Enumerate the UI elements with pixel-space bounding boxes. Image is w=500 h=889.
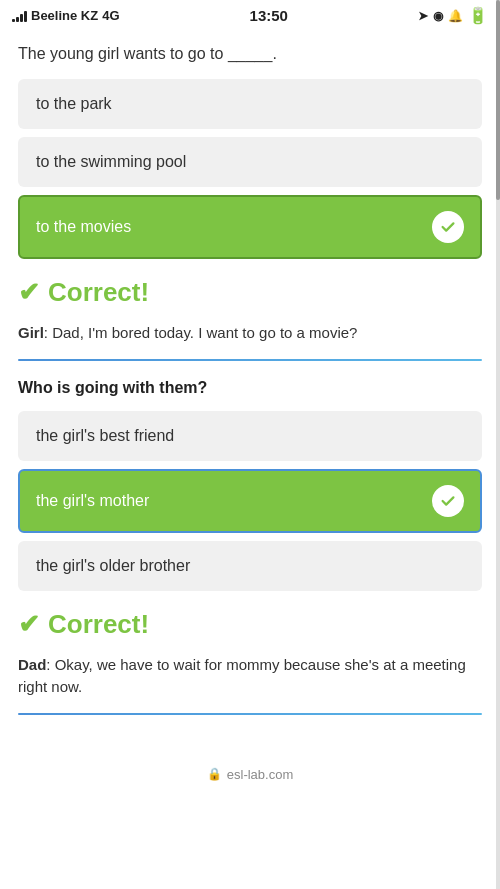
dialogue-text-2: Dad: Okay, we have to wait for mommy bec…	[18, 654, 482, 699]
dialogue-speaker-1: Girl	[18, 324, 44, 341]
answer-option-mother[interactable]: the girl's mother	[18, 469, 482, 533]
dialogue-content-2: : Okay, we have to wait for mommy becaus…	[18, 656, 466, 696]
lock-icon: 🔒	[207, 767, 222, 781]
divider-2	[18, 713, 482, 715]
question-2-section: Who is going with them? the girl's best …	[18, 379, 482, 591]
answer-option-park[interactable]: to the park	[18, 79, 482, 129]
dialogue-content-1: : Dad, I'm bored today. I want to go to …	[44, 324, 358, 341]
correct-checkmark-icon-2: ✔	[18, 609, 40, 640]
dialogue-speaker-2: Dad	[18, 656, 46, 673]
correct-banner-1: ✔ Correct!	[18, 277, 482, 308]
correct-text-2: Correct!	[48, 609, 149, 640]
alarm-icon: ◉	[433, 9, 443, 23]
answer-option-mother-label: the girl's mother	[36, 492, 149, 510]
carrier-label: Beeline KZ	[31, 8, 98, 23]
status-bar-left: Beeline KZ 4G	[12, 8, 120, 23]
correct-check-circle-2	[432, 485, 464, 517]
location-icon: ➤	[418, 9, 428, 23]
question-1-text: The young girl wants to go to _____.	[18, 43, 482, 65]
dialogue-text-1: Girl: Dad, I'm bored today. I want to go…	[18, 322, 482, 345]
status-bar: Beeline KZ 4G 13:50 ➤ ◉ 🔔 🔋	[0, 0, 500, 29]
network-type-label: 4G	[102, 8, 119, 23]
answer-option-best-friend-label: the girl's best friend	[36, 427, 174, 444]
answer-option-swimming-pool-label: to the swimming pool	[36, 153, 186, 170]
answer-option-movies-label: to the movies	[36, 218, 131, 236]
answer-option-older-brother[interactable]: the girl's older brother	[18, 541, 482, 591]
answer-option-best-friend[interactable]: the girl's best friend	[18, 411, 482, 461]
signal-bars-icon	[12, 10, 27, 22]
footer-site-text: esl-lab.com	[227, 767, 293, 782]
correct-checkmark-icon-1: ✔	[18, 277, 40, 308]
bell-icon: 🔔	[448, 9, 463, 23]
question-2-text: Who is going with them?	[18, 379, 482, 397]
checkmark-icon-2	[439, 492, 457, 510]
main-content: The young girl wants to go to _____. to …	[0, 29, 500, 753]
scrollbar-thumb[interactable]	[496, 0, 500, 200]
scrollbar[interactable]	[496, 0, 500, 889]
question-1-section: The young girl wants to go to _____. to …	[18, 43, 482, 259]
checkmark-icon	[439, 218, 457, 236]
correct-check-circle	[432, 211, 464, 243]
footer: 🔒 esl-lab.com	[0, 753, 500, 792]
status-bar-right: ➤ ◉ 🔔 🔋	[418, 6, 488, 25]
answer-option-older-brother-label: the girl's older brother	[36, 557, 190, 574]
answer-option-park-label: to the park	[36, 95, 112, 112]
divider-1	[18, 359, 482, 361]
status-bar-time: 13:50	[250, 7, 288, 24]
battery-icon: 🔋	[468, 6, 488, 25]
answer-option-swimming-pool[interactable]: to the swimming pool	[18, 137, 482, 187]
correct-banner-2: ✔ Correct!	[18, 609, 482, 640]
correct-text-1: Correct!	[48, 277, 149, 308]
answer-option-movies[interactable]: to the movies	[18, 195, 482, 259]
